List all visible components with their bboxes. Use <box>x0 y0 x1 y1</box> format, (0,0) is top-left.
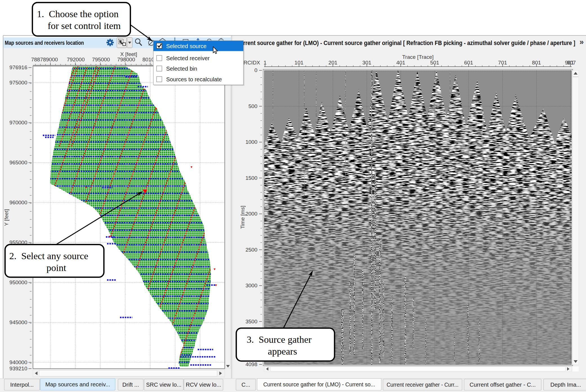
svg-text:Interpol...: Interpol... <box>10 382 34 388</box>
svg-text:C...: C... <box>241 382 250 388</box>
svg-text:Map sources and receiv...: Map sources and receiv... <box>45 381 110 387</box>
svg-text:appears: appears <box>268 346 297 357</box>
svg-text:792000: 792000 <box>67 57 84 62</box>
svg-text:798000: 798000 <box>117 57 135 62</box>
svg-text:Selected receiver: Selected receiver <box>166 55 210 61</box>
svg-text:Drift ...: Drift ... <box>122 382 139 388</box>
svg-text:0: 0 <box>254 67 257 73</box>
svg-text:3. Source gather: 3. Source gather <box>247 334 312 345</box>
svg-text:Time [ms]: Time [ms] <box>240 206 246 229</box>
svg-text:Current offset gather - C...: Current offset gather - C... <box>470 382 536 388</box>
svg-text:1. Choose the option: 1. Choose the option <box>37 9 119 19</box>
svg-text:point: point <box>46 263 66 273</box>
svg-text:Trace [Trace]: Trace [Trace] <box>402 54 434 60</box>
svg-text:Sources to recalculate: Sources to recalculate <box>166 76 222 82</box>
svg-text:SRC view lo...: SRC view lo... <box>146 382 182 388</box>
svg-text:Selected bin: Selected bin <box>166 66 197 72</box>
svg-text:960000: 960000 <box>10 200 27 205</box>
svg-text:940000: 940000 <box>10 359 27 365</box>
svg-text:Current source gather for (LMO: Current source gather for (LMO) - Curren… <box>236 40 575 46</box>
svg-text:Map sources and receivers loca: Map sources and receivers location <box>5 40 84 46</box>
svg-text:950000: 950000 <box>10 279 27 285</box>
svg-text:2500: 2500 <box>246 247 257 253</box>
svg-text:Current receiver gather - Curr: Current receiver gather - Curr... <box>387 382 458 388</box>
svg-text:965000: 965000 <box>10 160 27 165</box>
svg-text:Depth Ima...: Depth Ima... <box>551 382 581 388</box>
svg-text:Current source gather for (LMO: Current source gather for (LMO) - Curren… <box>263 381 375 387</box>
svg-text:3500: 3500 <box>246 319 257 324</box>
svg-text:RCV view lo...: RCV view lo... <box>186 382 221 388</box>
svg-text:2. Select any source: 2. Select any source <box>9 251 88 261</box>
svg-text:2000: 2000 <box>246 211 257 217</box>
svg-text:795000: 795000 <box>92 57 110 62</box>
svg-text:for set control item: for set control item <box>48 21 121 31</box>
svg-text:X [feet]: X [feet] <box>120 51 137 57</box>
svg-text:970000: 970000 <box>10 120 27 126</box>
svg-text:976916: 976916 <box>10 64 27 70</box>
svg-text:907: 907 <box>567 60 576 66</box>
svg-text:975000: 975000 <box>10 80 27 86</box>
svg-text:Selected source: Selected source <box>166 43 206 49</box>
svg-text:1000: 1000 <box>246 139 257 145</box>
svg-text:788789000: 788789000 <box>31 57 58 62</box>
svg-text:3000: 3000 <box>246 283 257 288</box>
svg-text:»: » <box>580 38 584 46</box>
svg-text:500: 500 <box>248 103 257 109</box>
svg-text:Y [feet]: Y [feet] <box>3 209 9 226</box>
svg-text:939210: 939210 <box>10 366 27 371</box>
svg-text:1500: 1500 <box>246 175 257 181</box>
svg-text:4098: 4098 <box>246 361 257 367</box>
svg-text:945000: 945000 <box>10 319 27 325</box>
